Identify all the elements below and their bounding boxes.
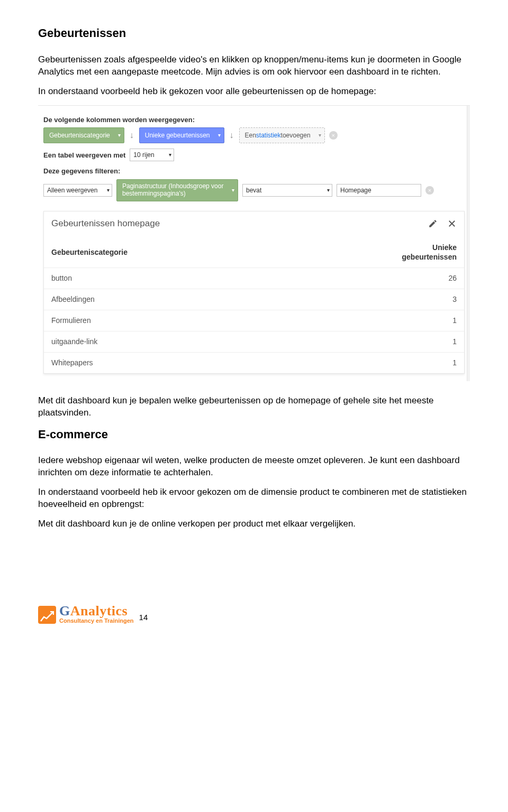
paragraph: Iedere webshop eigenaar wil weten, welke… bbox=[38, 455, 470, 479]
filter-value-input[interactable]: Homepage bbox=[337, 184, 421, 197]
logo-text: GAnalytics Consultancy en Trainingen bbox=[59, 604, 134, 624]
paragraph: In onderstaand voorbeeld heb ik ervoor g… bbox=[38, 486, 470, 511]
cell-value: 1 bbox=[282, 352, 464, 373]
cell-category: Afbeeldingen bbox=[44, 289, 282, 310]
logo-mark-icon bbox=[38, 606, 56, 624]
remove-icon[interactable]: × bbox=[329, 131, 338, 140]
paragraph: Met dit dashboard kun je bepalen welke g… bbox=[38, 395, 470, 419]
columns-row: Gebeurteniscategorie ↓ Unieke gebeurteni… bbox=[43, 127, 465, 143]
cell-value: 1 bbox=[282, 331, 464, 352]
text: Een bbox=[245, 131, 256, 140]
ga-widget-config: De volgende kolommen worden weergegeven:… bbox=[38, 105, 470, 381]
column-2-dropdown[interactable]: Unieke gebeurtenissen bbox=[139, 127, 224, 143]
cell-value: 1 bbox=[282, 310, 464, 331]
page-footer: GAnalytics Consultancy en Trainingen 14 bbox=[38, 604, 470, 624]
table-row: uitgaande-link 1 bbox=[44, 331, 464, 352]
rows-row: Een tabel weergeven met 10 rijen bbox=[43, 149, 465, 161]
column-1-dropdown[interactable]: Gebeurteniscategorie bbox=[43, 127, 124, 143]
filter-label: Deze gegevens filteren: bbox=[43, 167, 465, 176]
cell-value: 26 bbox=[282, 268, 464, 289]
heading-gebeurtenissen: Gebeurtenissen bbox=[38, 25, 470, 41]
link-text: statistiek bbox=[256, 131, 281, 140]
paragraph: In onderstaand voorbeeld heb ik gekozen … bbox=[38, 86, 470, 98]
heading-ecommerce: E-commerce bbox=[38, 427, 470, 442]
text: gebeurtenissen bbox=[402, 253, 457, 261]
arrow-down-icon: ↓ bbox=[229, 130, 235, 141]
widget-card: Gebeurtenissen homepage Gebeurteniscateg… bbox=[43, 211, 465, 374]
filter-row: Alleen weergeven Paginastructuur (Inhoud… bbox=[43, 179, 465, 201]
scrollbar-track[interactable] bbox=[467, 106, 470, 381]
arrow-down-icon: ↓ bbox=[129, 130, 135, 141]
logo-rest: Analytics bbox=[70, 603, 128, 619]
cell-category: Formulieren bbox=[44, 310, 282, 331]
rows-label: Een tabel weergeven met bbox=[43, 151, 125, 160]
table-header-category: Gebeurteniscategorie bbox=[44, 236, 282, 268]
remove-icon[interactable]: × bbox=[425, 186, 434, 195]
filter-dimension-dropdown[interactable]: Paginastructuur (Inhoudsgroep voor beste… bbox=[116, 179, 238, 201]
add-metric-dropdown[interactable]: Een statistiek toevoegen bbox=[239, 127, 325, 143]
table-header-value: Unieke gebeurtenissen bbox=[282, 236, 464, 268]
table-row: Whitepapers 1 bbox=[44, 352, 464, 373]
table-row: button 26 bbox=[44, 268, 464, 289]
filter-mode-select[interactable]: Alleen weergeven bbox=[43, 184, 112, 197]
paragraph: Gebeurtenissen zoals afgespeelde video's… bbox=[38, 54, 470, 78]
columns-label: De volgende kolommen worden weergegeven: bbox=[43, 115, 465, 125]
edit-icon[interactable] bbox=[428, 219, 438, 228]
cell-category: Whitepapers bbox=[44, 352, 282, 373]
cell-category: uitgaande-link bbox=[44, 331, 282, 352]
table-row: Afbeeldingen 3 bbox=[44, 289, 464, 310]
text: toevoegen bbox=[281, 131, 311, 140]
cell-category: button bbox=[44, 268, 282, 289]
close-icon[interactable] bbox=[447, 219, 457, 228]
text: Unieke bbox=[432, 243, 457, 252]
logo-letter-g: G bbox=[59, 603, 70, 619]
logo-tagline: Consultancy en Trainingen bbox=[59, 618, 134, 624]
rows-select[interactable]: 10 rijen bbox=[130, 149, 174, 161]
widget-header: Gebeurtenissen homepage bbox=[44, 211, 464, 236]
widget-title: Gebeurtenissen homepage bbox=[51, 218, 160, 230]
filter-operator-select[interactable]: bevat bbox=[242, 184, 332, 197]
table-row: Formulieren 1 bbox=[44, 310, 464, 331]
paragraph: Met dit dashboard kun je de online verko… bbox=[38, 518, 470, 530]
page-number: 14 bbox=[139, 612, 148, 624]
cell-value: 3 bbox=[282, 289, 464, 310]
widget-table: Gebeurteniscategorie Unieke gebeurteniss… bbox=[44, 236, 464, 373]
